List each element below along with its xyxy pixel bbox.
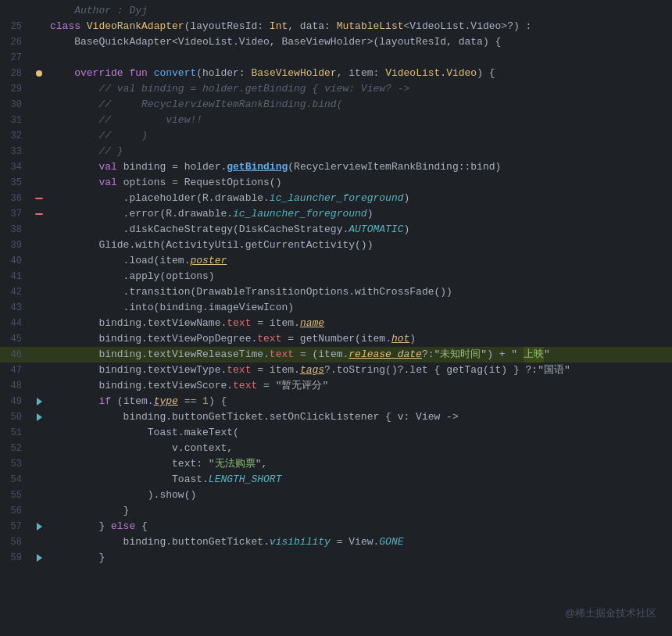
- line-number: 58: [0, 534, 31, 550]
- code-token: 1: [202, 394, 209, 409]
- code-token: Toast.: [50, 472, 209, 488]
- line-number: 37: [0, 206, 31, 222]
- line-number: 57: [0, 519, 31, 534]
- code-token: // RecyclerviewItemRankBinding.: [50, 97, 312, 113]
- line-number: [0, 566, 31, 581]
- gutter-indicator: [31, 441, 47, 456]
- code-token: 无法购票: [215, 456, 256, 472]
- gutter-indicator: [31, 3, 47, 19]
- gutter-indicator: [31, 378, 47, 394]
- code-token: ?:": [422, 347, 440, 363]
- code-content: ).show(): [47, 488, 672, 503]
- code-content: binding.buttonGetTicket.visibility = Vie…: [47, 534, 672, 550]
- code-token: = (item.: [294, 347, 349, 363]
- gutter-indicator: [31, 113, 47, 128]
- line-number: 32: [0, 128, 31, 144]
- code-line: 33 // }: [0, 144, 672, 159]
- code-token: text: [257, 331, 281, 347]
- gutter-indicator: [31, 503, 47, 519]
- code-token: .load(item.: [50, 253, 190, 269]
- code-content: .error(R.drawable.ic_launcher_foreground…: [47, 206, 672, 222]
- line-number: 46: [0, 347, 31, 363]
- line-number: 26: [0, 34, 31, 50]
- code-line: 52 v.context,: [0, 441, 672, 456]
- code-token: ): [409, 331, 416, 347]
- line-number: 38: [0, 222, 31, 238]
- code-token: binding.textViewPopDegree.: [50, 331, 257, 347]
- code-token: // ): [50, 128, 148, 144]
- code-token: }: [50, 519, 111, 534]
- code-token: ) {: [477, 66, 495, 81]
- line-number: 27: [0, 50, 31, 66]
- code-token: text: [227, 316, 251, 331]
- line-number: 33: [0, 144, 31, 159]
- code-content: .load(item.poster: [47, 253, 672, 269]
- code-token: (holder:: [196, 66, 251, 81]
- line-number: 54: [0, 472, 31, 488]
- code-content: binding.textViewScore.text = "暂无评分": [47, 378, 672, 394]
- gutter-indicator: [31, 550, 47, 566]
- gutter-indicator: [31, 206, 47, 222]
- line-number: 36: [0, 191, 31, 206]
- code-line: 28 override fun convert(holder: BaseView…: [0, 66, 672, 81]
- code-token: .apply(options): [50, 269, 215, 284]
- code-line: 43 .into(binding.imageViewIcon): [0, 300, 672, 316]
- code-token: name: [300, 316, 324, 331]
- code-token: .error(R.drawable.: [50, 206, 233, 222]
- line-number: 25: [0, 19, 31, 34]
- code-token: VideoRankAdapter: [87, 19, 184, 34]
- line-number: 47: [0, 363, 31, 378]
- code-token: ",: [256, 456, 268, 472]
- line-number: 43: [0, 300, 31, 316]
- code-content: binding.buttonGetTicket.setOnClickListen…: [47, 409, 672, 425]
- code-token: Glide.with(ActivityUtil.getCurrentActivi…: [50, 238, 373, 253]
- code-token: ).show(): [50, 488, 196, 503]
- code-line: 40 .load(item.poster: [0, 253, 672, 269]
- code-line: 45 binding.textViewPopDegree.text = getN…: [0, 331, 672, 347]
- line-number: 56: [0, 503, 31, 519]
- code-line: 41 .apply(options): [0, 269, 672, 284]
- gutter-indicator: [31, 269, 47, 284]
- code-token: .diskCacheStrategy(DiskCacheStrategy.: [50, 222, 349, 238]
- code-content: // view!!: [47, 113, 672, 128]
- code-token: val: [98, 175, 123, 191]
- code-token: = getNumber(item.: [281, 331, 391, 347]
- code-token: text: ": [50, 456, 215, 472]
- code-token: getBinding: [227, 159, 288, 175]
- code-line: 55 ).show(): [0, 488, 672, 503]
- code-token: { view: View? ->: [306, 81, 410, 97]
- gutter-indicator: [31, 175, 47, 191]
- code-token: VideoList.Video: [385, 66, 477, 81]
- code-content: }: [47, 550, 672, 566]
- code-token: // val binding = holder.: [50, 81, 245, 97]
- gutter-indicator: [31, 97, 47, 113]
- code-token: [50, 175, 98, 191]
- code-line: 58 binding.buttonGetTicket.visibility = …: [0, 534, 672, 550]
- code-content: class VideoRankAdapter(layoutResId: Int,…: [47, 19, 672, 34]
- code-token: (layoutResId:: [184, 19, 270, 34]
- line-number: 34: [0, 159, 31, 175]
- line-number: 44: [0, 316, 31, 331]
- code-token: val: [98, 159, 123, 175]
- code-token: GONE: [379, 534, 403, 550]
- code-token: [50, 159, 98, 175]
- code-token: type: [154, 394, 178, 409]
- code-token: binding.textViewReleaseTime.: [50, 347, 270, 363]
- code-token: getBinding: [245, 81, 306, 97]
- code-token: ?.toString()?.let { getTag(it) } ?:"国语": [324, 363, 570, 378]
- code-content: text: "无法购票",: [47, 456, 672, 472]
- code-token: , item:: [337, 66, 385, 81]
- code-line: [0, 566, 672, 581]
- code-line: 49 if (item.type == 1) {: [0, 394, 672, 409]
- gutter-indicator: [31, 50, 47, 66]
- code-content: .into(binding.imageViewIcon): [47, 300, 672, 316]
- code-line: 31 // view!!: [0, 113, 672, 128]
- code-token: fun: [129, 66, 153, 81]
- code-token: text: [227, 363, 251, 378]
- code-token: ): [403, 222, 409, 238]
- gutter-indicator: [31, 566, 47, 581]
- code-token: bind: [312, 97, 336, 113]
- code-token: 未知时间: [440, 347, 481, 363]
- code-content: BaseQuickAdapter<VideoList.Video, BaseVi…: [47, 34, 672, 50]
- code-token: ): [404, 191, 410, 206]
